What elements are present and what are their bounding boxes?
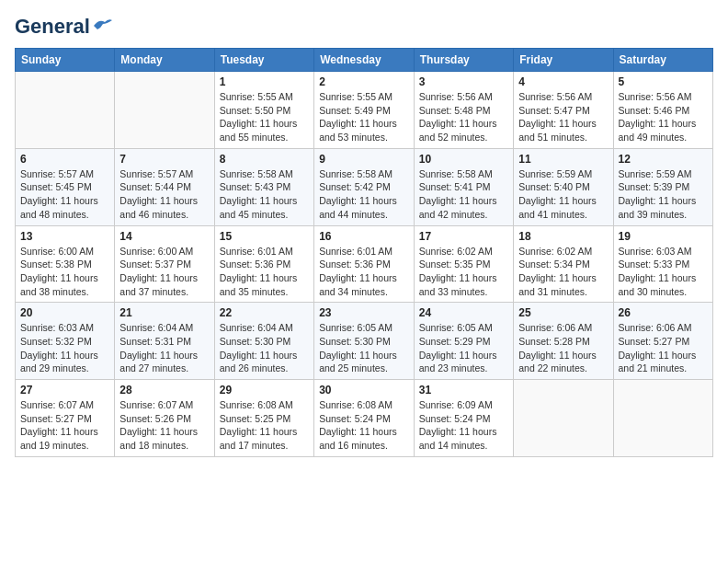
calendar-cell (16, 72, 115, 149)
page-header: General (15, 15, 713, 37)
calendar-cell: 20Sunrise: 6:03 AM Sunset: 5:32 PM Dayli… (16, 303, 115, 380)
calendar-cell: 9Sunrise: 5:58 AM Sunset: 5:42 PM Daylig… (314, 148, 415, 225)
column-header-thursday: Thursday (414, 49, 513, 72)
day-number: 8 (220, 153, 309, 166)
calendar-week-row: 1Sunrise: 5:55 AM Sunset: 5:50 PM Daylig… (16, 72, 713, 149)
logo-bird-icon (92, 17, 112, 33)
day-number: 6 (20, 153, 109, 166)
day-detail: Sunrise: 6:04 AM Sunset: 5:30 PM Dayligh… (220, 321, 309, 375)
calendar-cell: 3Sunrise: 5:56 AM Sunset: 5:48 PM Daylig… (414, 72, 513, 149)
day-detail: Sunrise: 6:07 AM Sunset: 5:26 PM Dayligh… (119, 398, 209, 453)
calendar-cell (613, 380, 713, 457)
day-number: 20 (20, 306, 109, 319)
day-number: 11 (518, 153, 608, 166)
day-number: 30 (319, 384, 409, 396)
day-number: 29 (220, 384, 309, 396)
calendar-cell: 31Sunrise: 6:09 AM Sunset: 5:24 PM Dayli… (414, 380, 513, 457)
day-detail: Sunrise: 5:55 AM Sunset: 5:50 PM Dayligh… (220, 90, 309, 144)
calendar-cell: 7Sunrise: 5:57 AM Sunset: 5:44 PM Daylig… (115, 148, 214, 225)
day-detail: Sunrise: 6:01 AM Sunset: 5:36 PM Dayligh… (220, 245, 309, 299)
calendar-cell: 28Sunrise: 6:07 AM Sunset: 5:26 PM Dayli… (115, 380, 214, 457)
day-detail: Sunrise: 6:03 AM Sunset: 5:32 PM Dayligh… (20, 321, 109, 375)
calendar-cell: 30Sunrise: 6:08 AM Sunset: 5:24 PM Dayli… (314, 380, 415, 457)
day-detail: Sunrise: 5:58 AM Sunset: 5:42 PM Dayligh… (319, 167, 409, 222)
day-detail: Sunrise: 5:59 AM Sunset: 5:39 PM Dayligh… (619, 167, 709, 222)
day-detail: Sunrise: 5:58 AM Sunset: 5:41 PM Dayligh… (419, 167, 508, 222)
day-detail: Sunrise: 5:57 AM Sunset: 5:45 PM Dayligh… (20, 167, 109, 222)
calendar-cell: 27Sunrise: 6:07 AM Sunset: 5:27 PM Dayli… (16, 380, 115, 457)
day-number: 28 (119, 384, 209, 396)
column-header-tuesday: Tuesday (214, 49, 313, 72)
column-header-saturday: Saturday (613, 49, 713, 72)
day-number: 10 (419, 153, 508, 166)
logo: General (15, 15, 112, 37)
day-number: 21 (119, 306, 209, 319)
calendar-week-row: 27Sunrise: 6:07 AM Sunset: 5:27 PM Dayli… (16, 380, 713, 457)
day-detail: Sunrise: 6:02 AM Sunset: 5:35 PM Dayligh… (419, 245, 508, 299)
day-detail: Sunrise: 5:59 AM Sunset: 5:40 PM Dayligh… (518, 167, 608, 222)
day-detail: Sunrise: 6:05 AM Sunset: 5:30 PM Dayligh… (319, 321, 409, 375)
day-number: 24 (419, 306, 508, 319)
calendar-cell: 6Sunrise: 5:57 AM Sunset: 5:45 PM Daylig… (16, 148, 115, 225)
calendar-cell: 1Sunrise: 5:55 AM Sunset: 5:50 PM Daylig… (214, 72, 313, 149)
calendar-cell: 15Sunrise: 6:01 AM Sunset: 5:36 PM Dayli… (214, 225, 313, 303)
day-number: 15 (220, 230, 309, 243)
calendar-table: SundayMondayTuesdayWednesdayThursdayFrid… (15, 48, 713, 457)
day-detail: Sunrise: 6:05 AM Sunset: 5:29 PM Dayligh… (419, 321, 508, 375)
day-detail: Sunrise: 5:56 AM Sunset: 5:46 PM Dayligh… (619, 90, 709, 144)
day-detail: Sunrise: 6:04 AM Sunset: 5:31 PM Dayligh… (119, 321, 209, 375)
calendar-cell: 12Sunrise: 5:59 AM Sunset: 5:39 PM Dayli… (613, 148, 713, 225)
day-number: 22 (220, 306, 309, 319)
calendar-header-row: SundayMondayTuesdayWednesdayThursdayFrid… (16, 49, 713, 72)
calendar-cell: 18Sunrise: 6:02 AM Sunset: 5:34 PM Dayli… (514, 225, 613, 303)
day-number: 31 (419, 384, 508, 396)
calendar-week-row: 20Sunrise: 6:03 AM Sunset: 5:32 PM Dayli… (16, 303, 713, 380)
day-detail: Sunrise: 6:01 AM Sunset: 5:36 PM Dayligh… (319, 245, 409, 299)
calendar-week-row: 13Sunrise: 6:00 AM Sunset: 5:38 PM Dayli… (16, 225, 713, 303)
day-number: 12 (619, 153, 709, 166)
calendar-cell: 29Sunrise: 6:08 AM Sunset: 5:25 PM Dayli… (214, 380, 313, 457)
calendar-cell: 8Sunrise: 5:58 AM Sunset: 5:43 PM Daylig… (214, 148, 313, 225)
day-number: 5 (619, 75, 709, 88)
calendar-cell: 17Sunrise: 6:02 AM Sunset: 5:35 PM Dayli… (414, 225, 513, 303)
day-detail: Sunrise: 6:09 AM Sunset: 5:24 PM Dayligh… (419, 398, 508, 453)
day-number: 3 (419, 75, 508, 88)
calendar-cell: 21Sunrise: 6:04 AM Sunset: 5:31 PM Dayli… (115, 303, 214, 380)
day-detail: Sunrise: 6:08 AM Sunset: 5:24 PM Dayligh… (319, 398, 409, 453)
column-header-friday: Friday (514, 49, 613, 72)
day-detail: Sunrise: 6:03 AM Sunset: 5:33 PM Dayligh… (619, 245, 709, 299)
day-number: 27 (20, 384, 109, 396)
calendar-cell: 14Sunrise: 6:00 AM Sunset: 5:37 PM Dayli… (115, 225, 214, 303)
calendar-cell: 5Sunrise: 5:56 AM Sunset: 5:46 PM Daylig… (613, 72, 713, 149)
day-number: 17 (419, 230, 508, 243)
logo-general: General (15, 15, 90, 39)
calendar-cell: 13Sunrise: 6:00 AM Sunset: 5:38 PM Dayli… (16, 225, 115, 303)
day-number: 13 (20, 230, 109, 243)
day-detail: Sunrise: 6:06 AM Sunset: 5:28 PM Dayligh… (518, 321, 608, 375)
day-number: 19 (619, 230, 709, 243)
day-number: 16 (319, 230, 409, 243)
calendar-cell: 4Sunrise: 5:56 AM Sunset: 5:47 PM Daylig… (514, 72, 613, 149)
calendar-cell: 26Sunrise: 6:06 AM Sunset: 5:27 PM Dayli… (613, 303, 713, 380)
calendar-cell: 10Sunrise: 5:58 AM Sunset: 5:41 PM Dayli… (414, 148, 513, 225)
column-header-sunday: Sunday (16, 49, 115, 72)
calendar-cell: 16Sunrise: 6:01 AM Sunset: 5:36 PM Dayli… (314, 225, 415, 303)
day-number: 26 (619, 306, 709, 319)
day-detail: Sunrise: 5:55 AM Sunset: 5:49 PM Dayligh… (319, 90, 409, 144)
calendar-cell: 25Sunrise: 6:06 AM Sunset: 5:28 PM Dayli… (514, 303, 613, 380)
day-number: 7 (119, 153, 209, 166)
day-detail: Sunrise: 6:02 AM Sunset: 5:34 PM Dayligh… (518, 245, 608, 299)
day-number: 9 (319, 153, 409, 166)
day-detail: Sunrise: 6:00 AM Sunset: 5:38 PM Dayligh… (20, 245, 109, 299)
calendar-week-row: 6Sunrise: 5:57 AM Sunset: 5:45 PM Daylig… (16, 148, 713, 225)
calendar-cell: 23Sunrise: 6:05 AM Sunset: 5:30 PM Dayli… (314, 303, 415, 380)
day-number: 23 (319, 306, 409, 319)
calendar-cell: 24Sunrise: 6:05 AM Sunset: 5:29 PM Dayli… (414, 303, 513, 380)
day-detail: Sunrise: 6:07 AM Sunset: 5:27 PM Dayligh… (20, 398, 109, 453)
column-header-monday: Monday (115, 49, 214, 72)
day-detail: Sunrise: 5:56 AM Sunset: 5:47 PM Dayligh… (518, 90, 608, 144)
day-detail: Sunrise: 6:06 AM Sunset: 5:27 PM Dayligh… (619, 321, 709, 375)
calendar-cell (115, 72, 214, 149)
day-number: 18 (518, 230, 608, 243)
calendar-cell: 2Sunrise: 5:55 AM Sunset: 5:49 PM Daylig… (314, 72, 415, 149)
